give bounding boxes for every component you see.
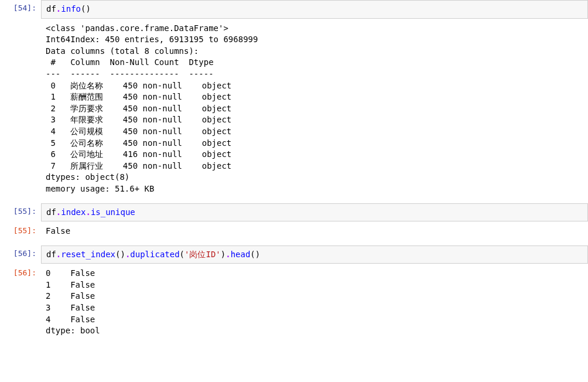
code-cell: [55]: df.index.is_unique: [0, 203, 588, 222]
code-input[interactable]: df.index.is_unique: [41, 203, 588, 222]
output-cell: [55]: False: [0, 223, 588, 244]
output-prompt: [0, 20, 41, 202]
code-token: ): [221, 250, 225, 259]
code-cell: [54]: df.info(): [0, 0, 588, 19]
code-token: reset_index: [61, 250, 115, 259]
code-output: <class 'pandas.core.frame.DataFrame'> In…: [41, 20, 588, 202]
code-token: (): [115, 250, 125, 259]
output-prompt: [56]:: [0, 265, 41, 344]
code-token: .: [225, 250, 230, 259]
output-prompt: [55]:: [0, 223, 41, 244]
code-output: False: [41, 223, 588, 244]
code-token: .: [86, 207, 90, 217]
code-cell: [56]: df.reset_index().duplicated('岗位ID'…: [0, 245, 588, 264]
code-token: (: [180, 250, 184, 259]
code-token: (): [250, 250, 260, 259]
output-cell: [56]: 0 False 1 False 2 False 3 False 4 …: [0, 265, 588, 344]
code-input[interactable]: df.info(): [41, 0, 588, 19]
code-token: info: [61, 4, 81, 13]
code-input[interactable]: df.reset_index().duplicated('岗位ID').head…: [41, 245, 588, 264]
code-token: head: [231, 250, 251, 259]
code-token: ): [86, 4, 90, 13]
input-prompt: [54]:: [0, 0, 41, 19]
code-token: index: [61, 207, 86, 217]
input-prompt: [55]:: [0, 203, 41, 222]
code-token: duplicated: [130, 250, 179, 259]
code-token: '岗位ID': [184, 250, 221, 259]
code-output: 0 False 1 False 2 False 3 False 4 False …: [41, 265, 588, 344]
code-token: df: [46, 207, 56, 217]
code-token: df: [46, 250, 56, 259]
output-cell: <class 'pandas.core.frame.DataFrame'> In…: [0, 20, 588, 202]
input-prompt: [56]:: [0, 245, 41, 264]
code-token: df: [46, 4, 56, 13]
code-token: is_unique: [91, 207, 135, 217]
